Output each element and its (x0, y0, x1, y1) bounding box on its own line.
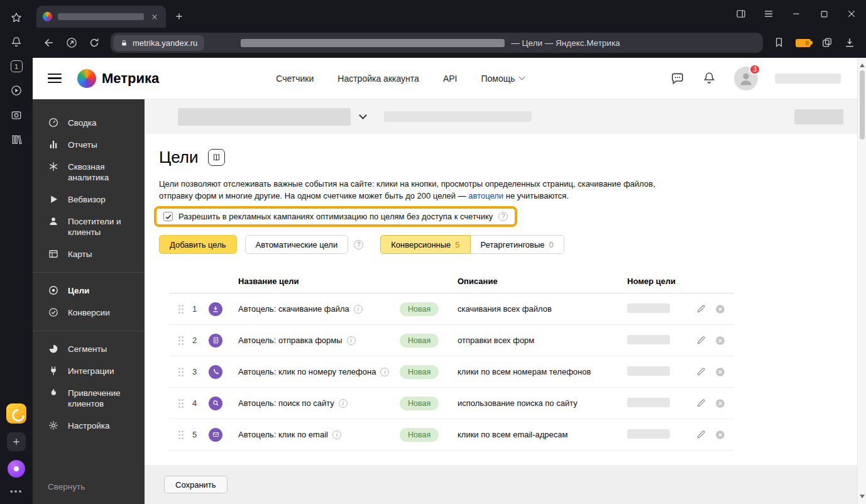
home-icon[interactable] (65, 36, 78, 49)
goal-name: Автоцель: скачивание файла (238, 304, 349, 314)
sidebar-collapse-button[interactable]: Свернуть (33, 471, 145, 504)
bar-chart-icon (48, 139, 59, 150)
tab-strip (33, 0, 866, 28)
player-icon[interactable] (10, 84, 23, 97)
edit-goal-button[interactable] (696, 366, 706, 377)
delete-goal-button[interactable] (715, 335, 726, 346)
add-goal-button[interactable]: Добавить цель (159, 235, 237, 254)
counter-name-redacted[interactable] (178, 108, 351, 126)
sidebar-item-cross-analytics[interactable]: Сквозная аналитика (33, 156, 145, 189)
sidebar-item-webvisor[interactable]: Вебвизор (33, 189, 145, 211)
notifications-bell-icon[interactable] (10, 36, 23, 48)
extensions-icon[interactable] (821, 36, 833, 49)
refresh-icon[interactable] (88, 36, 101, 49)
browser-tab[interactable] (36, 6, 166, 28)
sidebar-item-reports[interactable]: Отчеты (33, 134, 145, 156)
drag-handle-icon[interactable] (170, 367, 184, 377)
page-scrollbar[interactable] (857, 58, 866, 504)
delete-goal-button[interactable] (715, 304, 726, 315)
edit-goal-button[interactable] (696, 335, 706, 346)
screenshot-icon[interactable] (10, 109, 23, 121)
drag-handle-icon[interactable] (170, 430, 184, 440)
auto-goals-button[interactable]: Автоматические цели (245, 235, 349, 254)
url-page-title: — Цели — Яндекс.Метрика (511, 38, 620, 48)
sidebar-item-integrations[interactable]: Интеграции (33, 360, 145, 382)
save-button[interactable]: Сохранить (164, 476, 227, 493)
tab-retargeting-goals[interactable]: Ретаргетинговые 0 (471, 235, 564, 254)
sidebar-item-acquisition[interactable]: Привлечение клиентов (33, 382, 145, 415)
scroll-thumb[interactable] (860, 70, 865, 140)
edit-goal-button[interactable] (696, 398, 706, 408)
sidebar-item-goals[interactable]: Цели (33, 280, 145, 302)
alice-assistant-icon[interactable] (8, 460, 25, 478)
window-maximize-button[interactable] (818, 8, 830, 19)
delete-goal-button[interactable] (715, 366, 726, 378)
info-icon[interactable]: i (354, 305, 363, 314)
sidebar-item-visitors[interactable]: Посетители и клиенты (33, 211, 145, 243)
battery-saver-icon[interactable] (796, 39, 811, 47)
question-icon[interactable]: ? (498, 212, 508, 221)
tab-counter[interactable]: 1 (11, 60, 23, 72)
nav-account-settings[interactable]: Настройка аккаунта (337, 74, 419, 84)
info-icon[interactable]: i (339, 399, 348, 408)
dashboard-icon (48, 117, 59, 128)
counter-actions-redacted[interactable] (794, 109, 843, 124)
add-panel-button[interactable] (7, 432, 26, 451)
window-close-button[interactable] (846, 8, 857, 19)
notifications-icon[interactable] (702, 71, 717, 86)
info-icon[interactable]: i (347, 336, 356, 345)
sidebar-item-summary[interactable]: Сводка (33, 112, 145, 134)
new-tab-button[interactable] (171, 8, 187, 25)
page-title: Цели (159, 148, 199, 167)
window-minimize-button[interactable] (791, 8, 802, 19)
sidebar-divider (33, 331, 145, 331)
status-badge: Новая (400, 302, 439, 316)
metrika-logo[interactable]: Метрика (77, 69, 159, 88)
manual-book-icon[interactable] (208, 149, 225, 166)
downloads-icon[interactable] (843, 36, 856, 49)
address-bar[interactable]: metrika.yandex.ru — Цели — Яндекс.Метрик… (111, 33, 763, 53)
goal-number-redacted (627, 398, 670, 407)
browser-menu-icon[interactable] (763, 8, 774, 19)
delete-goal-button[interactable] (715, 429, 726, 441)
app-header: Метрика Счетчики Настройка аккаунта API … (33, 58, 866, 99)
sidebar-item-segments[interactable]: Сегменты (33, 338, 145, 360)
nav-api[interactable]: API (443, 74, 458, 84)
info-icon[interactable]: i (380, 368, 389, 376)
goal-description: клики по всем номерам телефонов (458, 367, 627, 376)
optimization-checkbox[interactable] (163, 212, 173, 221)
more-options-icon[interactable]: ••• (10, 486, 23, 496)
tab-panel-icon[interactable] (735, 8, 747, 19)
goal-index: 4 (192, 398, 209, 408)
header-right: 3 (670, 67, 841, 90)
chat-icon[interactable] (670, 71, 685, 86)
info-icon[interactable]: i (332, 430, 341, 439)
app-menu-icon[interactable] (48, 74, 62, 83)
sidebar-item-settings[interactable]: Настройка (33, 415, 145, 437)
domain-chip[interactable]: metrika.yandex.ru (113, 35, 204, 51)
bookmarks-star-icon[interactable] (10, 11, 23, 24)
sidebar-item-maps[interactable]: Карты (33, 243, 145, 265)
drag-handle-icon[interactable] (170, 336, 184, 346)
nav-help[interactable]: Помощь (481, 74, 523, 84)
edit-goal-button[interactable] (696, 429, 706, 440)
sidebar-item-conversions[interactable]: Конверсии (33, 302, 145, 324)
drag-handle-icon[interactable] (170, 398, 184, 408)
library-icon[interactable] (10, 133, 23, 146)
nav-counters[interactable]: Счетчики (276, 74, 314, 84)
back-icon[interactable] (43, 36, 55, 49)
edit-goal-button[interactable] (696, 304, 706, 314)
scroll-up-icon[interactable] (860, 61, 865, 67)
tab-close-icon[interactable] (150, 12, 160, 22)
tab-conversion-goals[interactable]: Конверсионные 5 (380, 235, 470, 254)
bookmark-flag-icon[interactable] (773, 36, 786, 49)
person-icon (48, 216, 59, 227)
scroll-down-icon[interactable] (860, 495, 865, 501)
yandex-app-icon[interactable] (6, 403, 26, 424)
user-avatar[interactable]: 3 (734, 67, 758, 90)
drag-handle-icon[interactable] (170, 304, 184, 314)
question-icon[interactable]: ? (354, 240, 363, 249)
autogoals-link[interactable]: автоцели (468, 191, 503, 200)
delete-goal-button[interactable] (715, 398, 726, 409)
counter-chevron-icon[interactable] (359, 111, 367, 119)
